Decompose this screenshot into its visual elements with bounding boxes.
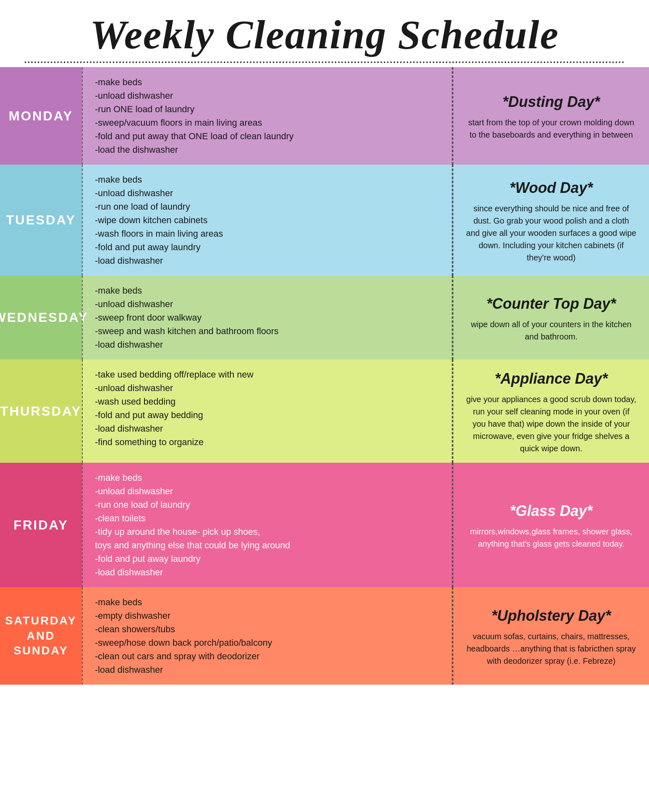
task-item: -load dishwasher — [95, 254, 444, 267]
task-item: -clean out cars and spray with deodorize… — [95, 649, 444, 663]
task-item: -fold and put away bedding — [95, 408, 444, 422]
task-item: -find something to organize — [95, 435, 444, 449]
tuesday-label: TUESDAY — [0, 165, 82, 276]
task-item: -wash floors in main living areas — [95, 227, 444, 240]
special-desc: vacuum sofas, curtains, chairs, mattress… — [466, 630, 637, 667]
task-item: -fold and put away laundry — [95, 552, 444, 565]
special-desc: give your appliances a good scrub down t… — [466, 393, 637, 455]
saturday-row: SATURDAY AND SUNDAY -make beds -empty di… — [0, 587, 649, 685]
monday-label: MONDAY — [0, 67, 82, 165]
task-item: -unload dishwasher — [95, 186, 444, 200]
special-desc: start from the top of your crown molding… — [466, 116, 637, 141]
friday-label: FRIDAY — [0, 463, 82, 587]
saturday-special: *Upholstery Day* vacuum sofas, curtains,… — [453, 587, 649, 685]
thursday-row: THURSDAY -take used bedding off/replace … — [0, 360, 649, 463]
tuesday-tasks: -make beds -unload dishwasher -run one l… — [82, 165, 453, 276]
special-title: *Upholstery Day* — [491, 605, 611, 627]
task-item: -load dishwasher — [95, 338, 444, 351]
task-item: -unload dishwasher — [95, 297, 444, 311]
task-item: -clean toilets — [95, 511, 444, 525]
wednesday-tasks: -make beds -unload dishwasher -sweep fro… — [82, 276, 453, 360]
header: Weekly Cleaning Schedule — [0, 0, 649, 67]
task-item: -tidy up around the house- pick up shoes… — [95, 525, 444, 538]
task-item: -load dishwasher — [95, 565, 444, 579]
tuesday-row: TUESDAY -make beds -unload dishwasher -r… — [0, 165, 649, 276]
special-title: *Counter Top Day* — [487, 293, 616, 315]
task-item: -take used bedding off/replace with new — [95, 368, 444, 381]
task-item: -run one load of laundry — [95, 498, 444, 511]
task-item: -unload dishwasher — [95, 484, 444, 498]
friday-special: *Glass Day* mirrors,windows,glass frames… — [453, 463, 649, 587]
monday-special: *Dusting Day* start from the top of your… — [453, 67, 649, 165]
task-item: -empty dishwasher — [95, 609, 444, 622]
task-item: -make beds — [95, 471, 444, 484]
task-item: -sweep front door walkway — [95, 311, 444, 324]
task-item: -make beds — [95, 173, 444, 186]
task-item: -load the dishwasher — [95, 143, 444, 156]
wednesday-row: WEDNESDAY -make beds -unload dishwasher … — [0, 276, 649, 360]
task-item: -make beds — [95, 595, 444, 609]
page-title: Weekly Cleaning Schedule — [8, 12, 641, 57]
special-desc: wipe down all of your counters in the ki… — [466, 318, 637, 343]
monday-row: MONDAY -make beds -unload dishwasher -ru… — [0, 67, 649, 165]
task-item: -make beds — [95, 284, 444, 297]
wednesday-special: *Counter Top Day* wipe down all of your … — [453, 276, 649, 360]
friday-row: FRIDAY -make beds -unload dishwasher -ru… — [0, 463, 649, 587]
saturday-tasks: -make beds -empty dishwasher -clean show… — [82, 587, 453, 685]
special-title: *Appliance Day* — [495, 368, 608, 390]
task-item: -run one load of laundry — [95, 200, 444, 213]
task-item: -load dishwasher — [95, 422, 444, 435]
task-item: -sweep and wash kitchen and bathroom flo… — [95, 324, 444, 338]
task-item: -sweep/hose down back porch/patio/balcon… — [95, 636, 444, 649]
thursday-tasks: -take used bedding off/replace with new … — [82, 360, 453, 463]
task-item: -unload dishwasher — [95, 89, 444, 102]
task-item: -wipe down kitchen cabinets — [95, 213, 444, 227]
schedule: MONDAY -make beds -unload dishwasher -ru… — [0, 67, 649, 685]
thursday-label: THURSDAY — [0, 360, 82, 463]
task-item: -make beds — [95, 75, 444, 89]
saturday-label: SATURDAY AND SUNDAY — [0, 587, 82, 685]
tuesday-special: *Wood Day* since everything should be ni… — [453, 165, 649, 276]
task-item: -load dishwasher — [95, 663, 444, 676]
special-title: *Dusting Day* — [503, 91, 600, 113]
task-item: -fold and put away laundry — [95, 240, 444, 254]
friday-tasks: -make beds -unload dishwasher -run one l… — [82, 463, 453, 587]
divider — [25, 61, 624, 63]
task-item: -sweep/vacuum floors in main living area… — [95, 116, 444, 129]
task-item: -wash used bedding — [95, 395, 444, 408]
special-desc: mirrors,windows,glass frames, shower gla… — [466, 525, 637, 550]
thursday-special: *Appliance Day* give your appliances a g… — [453, 360, 649, 463]
special-title: *Glass Day* — [510, 500, 593, 522]
task-item: -unload dishwasher — [95, 381, 444, 395]
special-title: *Wood Day* — [509, 177, 593, 199]
task-item: toys and anything else that could be lyi… — [95, 538, 444, 552]
special-desc: since everything should be nice and free… — [466, 202, 637, 264]
task-item: -run ONE load of laundry — [95, 102, 444, 116]
monday-tasks: -make beds -unload dishwasher -run ONE l… — [82, 67, 453, 165]
task-item: -clean showers/tubs — [95, 622, 444, 636]
wednesday-label: WEDNESDAY — [0, 276, 82, 360]
page: Weekly Cleaning Schedule MONDAY -make be… — [0, 0, 649, 685]
task-item: -fold and put away that ONE load of clea… — [95, 129, 444, 143]
